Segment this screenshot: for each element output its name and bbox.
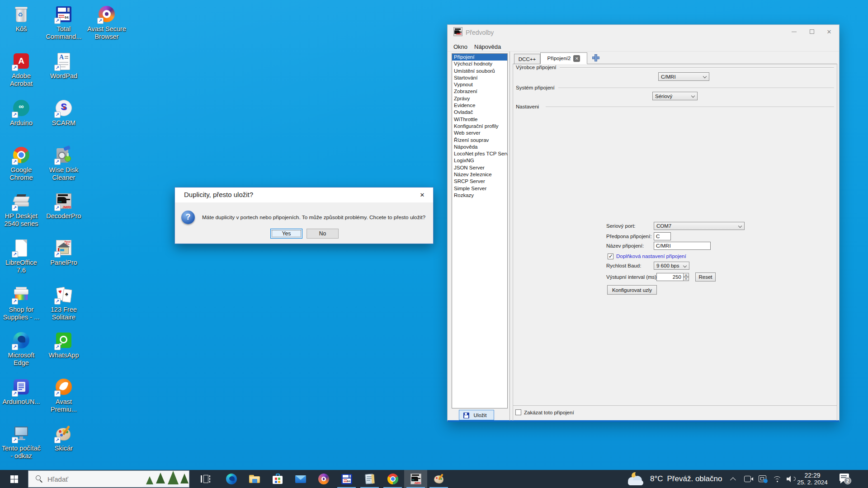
baud-value: 9 600 bps xyxy=(656,263,679,268)
no-button[interactable]: No xyxy=(307,229,339,239)
taskbar-app-chrome[interactable] xyxy=(381,470,404,488)
sidebar-item[interactable]: Ovladač xyxy=(452,109,507,116)
desktop-icon-edge[interactable]: ↗Microsoft Edge xyxy=(0,331,42,367)
save-button[interactable]: Uložit xyxy=(459,410,494,420)
sidebar-item[interactable]: WiThrottle xyxy=(452,116,507,123)
dialog-close-button[interactable]: ✕ xyxy=(416,190,429,200)
search-input[interactable] xyxy=(47,471,138,487)
desktop-icon-wise-disk-cleaner[interactable]: ↗Wise Disk Cleaner xyxy=(43,145,85,182)
tray-chevron-button[interactable] xyxy=(727,470,741,488)
sidebar-item[interactable]: Web server xyxy=(452,130,507,136)
menu-okno[interactable]: Okno xyxy=(452,42,469,51)
sidebar-item[interactable]: LocoNet přes TCP Server xyxy=(452,150,507,157)
sidebar-item[interactable]: Nápověda xyxy=(452,144,507,150)
menu-napoveda[interactable]: Nápověda xyxy=(472,42,503,51)
desktop-icon-total-commander[interactable]: 64:↗Total Command... xyxy=(43,5,85,41)
desktop-icon-paint[interactable]: ↗Skicár xyxy=(43,424,85,452)
desktop-icon-adobe-acrobat[interactable]: A↗Adobe Acrobat xyxy=(0,52,42,88)
desktop-icon-whatsapp[interactable]: ↗WhatsApp xyxy=(43,331,85,359)
desktop-icon-solitaire[interactable]: ♥♠↗123 Free Solitaire xyxy=(43,285,85,321)
manufacturer-select[interactable]: C/MRI xyxy=(658,72,709,81)
icon-part xyxy=(764,479,768,483)
taskbar-app-avast-browser[interactable] xyxy=(312,470,335,488)
desktop-icon-recycle-bin[interactable]: ♻Kôš xyxy=(0,5,42,33)
task-view-button[interactable] xyxy=(194,470,216,488)
chevron-down-icon xyxy=(738,224,742,228)
taskbar-search[interactable] xyxy=(28,470,189,488)
sidebar-item[interactable]: Konfigurační profily xyxy=(452,123,507,130)
desktop-icon-libreoffice[interactable]: ↗LibreOffice 7.6 xyxy=(0,238,42,274)
reset-button[interactable]: Reset xyxy=(695,272,716,282)
desktop-icon-panelpro[interactable]: PanelPro↗PanelPro xyxy=(43,238,85,267)
taskbar-app-file-explorer[interactable] xyxy=(243,470,266,488)
add-tab-button[interactable] xyxy=(592,54,599,61)
desktop-icon-chrome[interactable]: ↗Google Chrome xyxy=(0,145,42,182)
system-select[interactable]: Sériový xyxy=(652,92,698,100)
sidebar-item[interactable]: SRCP Server xyxy=(452,178,507,185)
sidebar-item[interactable]: JSON Server xyxy=(452,164,507,171)
sidebar-item[interactable]: LogixNG xyxy=(452,157,507,164)
icon-part xyxy=(13,197,30,202)
taskbar-app-edge[interactable] xyxy=(220,470,243,488)
taskbar-app-jmri-decoderpro[interactable]: ●●JMRI xyxy=(404,470,427,488)
baud-select[interactable]: 9 600 bps xyxy=(654,262,689,270)
taskbar-app-mail[interactable] xyxy=(289,470,312,488)
icon-part: JMRI xyxy=(456,33,462,35)
taskbar-app-paint[interactable] xyxy=(427,470,450,488)
taskbar-app-notepad[interactable] xyxy=(358,470,381,488)
yes-button[interactable]: Yes xyxy=(270,229,302,239)
tab-dccpp[interactable]: DCC++ xyxy=(514,54,540,64)
sidebar-item[interactable]: Rozkazy xyxy=(452,192,507,199)
sidebar-item[interactable]: Zprávy xyxy=(452,95,507,102)
weather-widget[interactable]: 8°C Převáž. oblačno xyxy=(626,470,722,488)
sidebar-item[interactable]: Řízení souprav xyxy=(452,137,507,144)
connection-name-input[interactable]: C/MRI xyxy=(654,242,711,250)
window-titlebar[interactable]: JMRI Předvolby ✕ xyxy=(448,25,839,38)
serial-port-select[interactable]: COM7 xyxy=(654,222,745,230)
sidebar-item[interactable]: Simple Server xyxy=(452,185,507,192)
desktop-icon-hp-printer[interactable]: ↗HP Deskjet 2540 series xyxy=(0,192,42,228)
desktop-icon-shop-supplies[interactable]: ↗Shop for Supplies - ... xyxy=(0,285,42,321)
close-button[interactable]: ✕ xyxy=(820,25,838,38)
desktop-icon-wordpad[interactable]: A↗WordPad xyxy=(43,52,85,80)
desktop-icon-label: Skicár xyxy=(43,445,85,452)
tray-workspace-button[interactable] xyxy=(756,470,770,488)
taskbar-clock[interactable]: 22:29 25. 2. 2024 xyxy=(792,470,833,488)
sidebar-item[interactable]: Vypnout xyxy=(452,81,507,88)
start-button[interactable] xyxy=(0,470,28,488)
dialog-titlebar[interactable]: Duplicity, přesto uložit? ✕ xyxy=(175,188,433,202)
disable-connection-label: Zakázat toto připojení xyxy=(524,410,574,415)
action-center-button[interactable]: 2 xyxy=(835,470,855,488)
additional-settings-checkbox[interactable] xyxy=(608,253,613,259)
interval-spinner-input[interactable]: 250 xyxy=(656,273,684,281)
sidebar-item[interactable]: Umístění souborů xyxy=(452,68,507,75)
desktop-icon-decoderpro[interactable]: ●●JMRI↗DecoderPro xyxy=(43,192,85,220)
sidebar-item[interactable]: Startování xyxy=(452,75,507,81)
desktop-icon-this-pc[interactable]: ↗Tento počítač - odkaz xyxy=(0,424,42,460)
tab-close-icon[interactable]: ✕ xyxy=(573,55,580,62)
taskbar-app-store[interactable] xyxy=(266,470,289,488)
sidebar-item[interactable]: Připojení xyxy=(452,54,507,61)
tray-wifi-button[interactable] xyxy=(770,470,784,488)
sidebar-item[interactable]: Název železnice xyxy=(452,171,507,178)
tray-meet-now-button[interactable] xyxy=(741,470,756,488)
spinner-down-button[interactable]: ▼ xyxy=(683,277,689,281)
maximize-button[interactable] xyxy=(803,25,821,38)
taskbar-app-total-commander[interactable]: 64: xyxy=(335,470,358,488)
additional-settings-label[interactable]: Doplňková nastavení připojení xyxy=(616,253,686,259)
tab-pripojeni2[interactable]: Připojení2 ✕ xyxy=(540,52,587,64)
desktop-icon-scarm[interactable]: S↗SCARM xyxy=(43,99,85,127)
desktop-icon-avast-premium[interactable]: ↗Avast Premiu... xyxy=(43,377,85,413)
desktop-icon-avast-browser[interactable]: ↗Avast Secure Browser xyxy=(86,5,127,41)
configure-nodes-button[interactable]: Konfigurovat uzly xyxy=(607,285,657,295)
prefix-input[interactable]: C xyxy=(654,232,671,240)
disable-connection-checkbox[interactable] xyxy=(515,409,521,415)
shortcut-arrow-icon: ↗ xyxy=(12,344,18,350)
sidebar-item[interactable]: Výchozí hodnoty xyxy=(452,61,507,67)
sidebar-item[interactable]: Evidence xyxy=(452,102,507,109)
desktop-icon-arduino[interactable]: ∞↗Arduino xyxy=(0,99,42,127)
spinner-up-button[interactable]: ▲ xyxy=(683,273,689,277)
sidebar-item[interactable]: Zobrazení xyxy=(452,88,507,95)
minimize-button[interactable] xyxy=(785,25,803,38)
desktop-icon-arduino-uno[interactable]: ↗ArduinoUN... xyxy=(0,377,42,406)
